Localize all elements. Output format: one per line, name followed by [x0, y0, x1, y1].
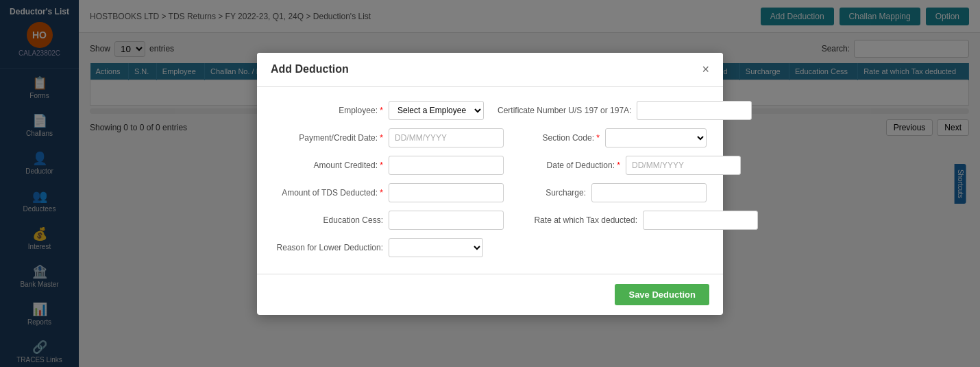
modal-body: Employee: * Select a Employee Certificat… [257, 87, 723, 274]
certificate-field-row: Certificate Number U/S 197 or 197A: [498, 101, 748, 120]
date-deduction-required: * [617, 161, 620, 170]
surcharge-input[interactable] [591, 183, 707, 202]
surcharge-field-row: Surcharge: [517, 183, 707, 202]
payment-date-input[interactable] [389, 128, 504, 147]
education-cess-input[interactable] [389, 211, 504, 230]
payment-date-field-row: Payment/Credit Date: * [273, 128, 504, 147]
save-deduction-button[interactable]: Save Deduction [615, 284, 709, 305]
modal-footer: Save Deduction [257, 274, 723, 315]
payment-date-label: Payment/Credit Date: * [273, 133, 383, 143]
employee-field-row: Employee: * Select a Employee [273, 101, 484, 120]
lower-deduction-select[interactable] [389, 238, 483, 257]
date-deduction-field-row: Date of Deduction: * [517, 156, 741, 175]
lower-deduction-field-row: Reason for Lower Deduction: [273, 238, 483, 257]
employee-required: * [380, 106, 383, 115]
amount-credited-input[interactable] [389, 156, 504, 175]
payment-date-required: * [380, 133, 383, 143]
modal-close-button[interactable]: × [702, 62, 709, 77]
tds-deducted-input[interactable] [389, 183, 504, 202]
tax-rate-input[interactable] [643, 211, 758, 230]
tds-deducted-required: * [380, 188, 383, 198]
amount-credited-label: Amount Credited: * [273, 161, 383, 170]
tds-deducted-label: Amount of TDS Deducted: * [273, 188, 383, 198]
certificate-input[interactable] [637, 101, 752, 120]
lower-deduction-label: Reason for Lower Deduction: [273, 243, 383, 252]
section-code-label: Section Code: * [517, 133, 600, 143]
date-deduction-input[interactable] [626, 156, 741, 175]
section-code-required: * [596, 133, 600, 143]
employee-label: Employee: * [273, 106, 383, 115]
surcharge-label: Surcharge: [517, 188, 586, 198]
add-deduction-modal: Add Deduction × Employee: * Select a Emp… [257, 53, 723, 315]
certificate-label: Certificate Number U/S 197 or 197A: [498, 106, 631, 115]
tax-rate-field-row: Rate at which Tax deducted: [517, 211, 758, 230]
modal-header: Add Deduction × [257, 53, 723, 87]
education-cess-label: Education Cess: [273, 215, 383, 225]
education-cess-field-row: Education Cess: [273, 211, 504, 230]
tds-deducted-field-row: Amount of TDS Deducted: * [273, 183, 504, 202]
section-code-field-row: Section Code: * [517, 128, 707, 147]
employee-select[interactable]: Select a Employee [389, 101, 484, 120]
date-deduction-label: Date of Deduction: * [517, 161, 620, 170]
amount-credited-field-row: Amount Credited: * [273, 156, 504, 175]
section-code-select[interactable] [605, 128, 707, 147]
amount-credited-required: * [380, 161, 383, 170]
modal-title: Add Deduction [271, 63, 349, 75]
modal-overlay: Add Deduction × Employee: * Select a Emp… [79, 0, 980, 367]
tax-rate-label: Rate at which Tax deducted: [517, 215, 637, 225]
main-content: HOSTBOOKS LTD > TDS Returns > FY 2022-23… [79, 0, 980, 367]
